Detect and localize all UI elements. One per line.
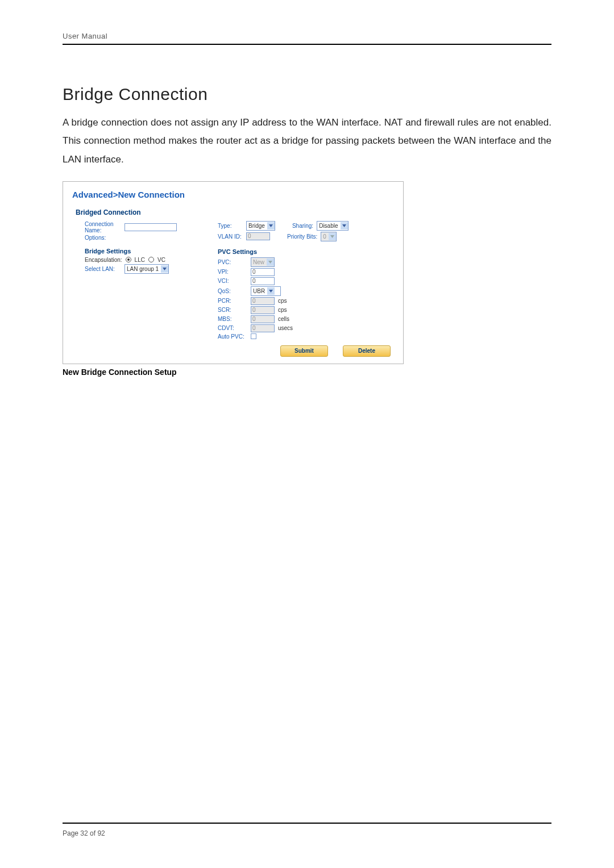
priority-bits-label: Priority Bits: [287, 233, 317, 240]
pvc-settings-heading: PVC Settings [218, 248, 400, 255]
encapsulation-vc-text: VC [157, 257, 165, 263]
pcr-label: PCR: [218, 298, 247, 304]
page-footer: Page 32 of 92 [63, 823, 551, 837]
connection-name-input[interactable] [125, 223, 177, 231]
mbs-input[interactable]: 0 [251, 315, 275, 323]
autopvc-checkbox[interactable] [251, 333, 256, 339]
connection-name-label: Connection Name: [85, 221, 121, 233]
body-paragraph: A bridge connection does not assign any … [63, 114, 551, 169]
priority-bits-dropdown[interactable]: 0 [321, 232, 337, 241]
pvc-value: New [253, 259, 264, 265]
encapsulation-llc-text: LLC [135, 257, 145, 263]
svg-marker-2 [342, 224, 346, 227]
qos-label: QoS: [218, 288, 247, 294]
scr-unit: cps [278, 307, 287, 313]
scr-label: SCR: [218, 307, 247, 313]
select-lan-label: Select LAN: [85, 266, 121, 272]
vci-label: VCI: [218, 278, 247, 284]
svg-marker-4 [268, 261, 272, 264]
chevron-down-icon [267, 258, 274, 266]
options-label: Options: [85, 235, 121, 241]
pvc-label: PVC: [218, 259, 247, 265]
qos-value: UBR [253, 288, 265, 294]
chevron-down-icon [341, 222, 348, 229]
scr-input[interactable]: 0 [251, 306, 275, 314]
cdvt-label: CDVT: [218, 325, 247, 331]
vpi-input[interactable]: 0 [251, 268, 275, 276]
svg-marker-3 [330, 235, 334, 238]
pvc-dropdown[interactable]: New [251, 257, 275, 267]
mbs-label: MBS: [218, 316, 247, 322]
chevron-down-icon [329, 233, 336, 240]
type-label: Type: [218, 223, 243, 229]
page-number: Page 32 of 92 [63, 829, 105, 837]
encapsulation-label: Encapsulation: [85, 257, 122, 263]
vlan-id-label: VLAN ID: [218, 233, 243, 240]
encapsulation-llc-radio[interactable] [126, 257, 131, 262]
vlan-id-input[interactable]: 0 [246, 232, 270, 240]
svg-marker-5 [269, 290, 273, 293]
pcr-unit: cps [278, 298, 287, 304]
cdvt-unit: usecs [278, 325, 293, 331]
delete-button[interactable]: Delete [343, 345, 391, 357]
chevron-down-icon [267, 222, 275, 229]
router-ui-screenshot: Advanced>New Connection Bridged Connecti… [63, 181, 404, 364]
vci-input[interactable]: 0 [251, 277, 275, 285]
autopvc-label: Auto PVC: [218, 333, 247, 340]
chevron-down-icon [161, 265, 168, 273]
chevron-down-icon [267, 287, 275, 295]
svg-marker-0 [163, 268, 167, 270]
encapsulation-vc-radio[interactable] [148, 257, 154, 262]
vpi-label: VPI: [218, 269, 247, 275]
section-title: Bridge Connection [63, 85, 551, 104]
page-header: User Manual [63, 32, 551, 45]
qos-dropdown[interactable]: UBR [251, 286, 281, 296]
sharing-value: Disable [319, 223, 338, 229]
cdvt-input[interactable]: 0 [251, 324, 275, 332]
svg-marker-1 [269, 224, 273, 227]
sharing-dropdown[interactable]: Disable [317, 221, 348, 231]
select-lan-value: LAN group 1 [127, 266, 159, 272]
pcr-input[interactable]: 0 [251, 297, 275, 305]
bridge-settings-heading: Bridge Settings [85, 248, 210, 254]
type-dropdown[interactable]: Bridge [246, 221, 275, 231]
submit-button[interactable]: Submit [280, 345, 328, 357]
mbs-unit: cells [278, 316, 289, 322]
priority-bits-value: 0 [323, 233, 326, 240]
select-lan-dropdown[interactable]: LAN group 1 [125, 264, 169, 274]
figure-caption: New Bridge Connection Setup [63, 368, 551, 377]
type-value: Bridge [248, 223, 265, 229]
breadcrumb: Advanced>New Connection [72, 190, 394, 199]
sharing-label: Sharing: [292, 223, 313, 229]
bridged-connection-heading: Bridged Connection [76, 208, 394, 216]
